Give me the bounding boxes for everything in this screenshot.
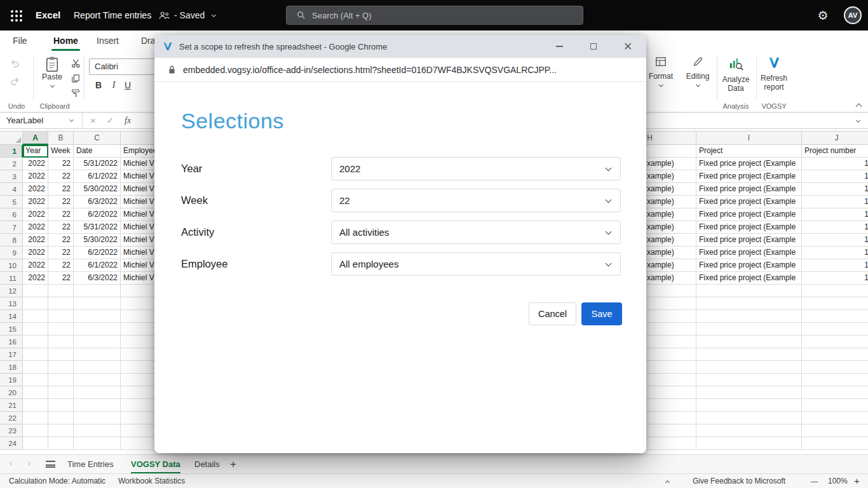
cell-A1[interactable]: Year [23, 145, 48, 158]
cell-I4[interactable]: Fixed price project (Example [696, 183, 802, 196]
cell-J8[interactable]: 1 [802, 234, 868, 247]
cell-I24[interactable] [696, 437, 802, 450]
cell-B4[interactable]: 22 [48, 183, 74, 196]
cell-J19[interactable] [802, 374, 868, 386]
format-button[interactable]: Format [644, 56, 677, 86]
cell-I16[interactable] [696, 336, 802, 348]
cell-J20[interactable] [802, 386, 868, 399]
maximize-button[interactable] [579, 35, 608, 58]
cell-A3[interactable]: 2022 [23, 170, 48, 183]
row-header-15[interactable]: 15 [0, 323, 23, 336]
settings-gear-icon[interactable]: ⚙ [815, 0, 831, 30]
sheet-tab-details[interactable]: Details [194, 455, 220, 473]
cell-A24[interactable] [23, 437, 48, 450]
chrome-titlebar[interactable]: Set a scope to refresh the spreadsheet -… [154, 35, 646, 58]
row-header-19[interactable]: 19 [0, 374, 23, 386]
row-header-23[interactable]: 23 [0, 424, 23, 437]
row-header-16[interactable]: 16 [0, 336, 23, 348]
cell-A4[interactable]: 2022 [23, 183, 48, 196]
cell-B17[interactable] [48, 348, 74, 361]
cell-J11[interactable]: 1 [802, 272, 868, 285]
tab-insert[interactable]: Insert [97, 30, 119, 51]
cell-A22[interactable] [23, 412, 48, 424]
row-header-12[interactable]: 12 [0, 285, 23, 297]
cell-B3[interactable]: 22 [48, 170, 74, 183]
col-header-A[interactable]: A [23, 131, 48, 145]
cell-I8[interactable]: Fixed price project (Example [696, 234, 802, 247]
select-all-corner[interactable] [0, 131, 23, 145]
calculation-mode[interactable]: Calculation Mode: Automatic [9, 474, 105, 488]
cell-B21[interactable] [48, 399, 74, 412]
row-header-21[interactable]: 21 [0, 399, 23, 412]
formula-enter-icon[interactable]: ✓ [107, 113, 114, 128]
cell-B15[interactable] [48, 323, 74, 336]
cell-J15[interactable] [802, 323, 868, 336]
zoom-in-button[interactable]: + [854, 474, 860, 488]
cell-C5[interactable]: 6/3/2022 [74, 196, 121, 208]
cell-I15[interactable] [696, 323, 802, 336]
cell-C11[interactable]: 6/3/2022 [74, 272, 121, 285]
add-sheet-button[interactable]: + [230, 455, 236, 473]
cell-C12[interactable] [74, 285, 121, 297]
row-header-3[interactable]: 3 [0, 170, 23, 183]
cell-I6[interactable]: Fixed price project (Example [696, 208, 802, 221]
cell-C24[interactable] [74, 437, 121, 450]
cell-J9[interactable]: 1 [802, 247, 868, 259]
document-title[interactable]: Report Time entries [74, 0, 151, 30]
cell-J24[interactable] [802, 437, 868, 450]
col-header-C[interactable]: C [74, 131, 121, 145]
cell-B10[interactable]: 22 [48, 259, 74, 272]
cell-A15[interactable] [23, 323, 48, 336]
collapse-ribbon-icon[interactable] [856, 104, 862, 110]
sheet-tab-vogsy-data[interactable]: VOGSY Data [131, 455, 180, 473]
col-header-I[interactable]: I [696, 131, 802, 145]
cell-J23[interactable] [802, 424, 868, 437]
avatar[interactable]: AV [844, 6, 862, 24]
cell-C18[interactable] [74, 361, 121, 374]
save-button[interactable]: Save [581, 302, 622, 325]
cell-B20[interactable] [48, 386, 74, 399]
feedback-link[interactable]: Give Feedback to Microsoft [693, 474, 785, 488]
cell-B9[interactable]: 22 [48, 247, 74, 259]
cell-B6[interactable]: 22 [48, 208, 74, 221]
activity-select[interactable]: All activities [331, 220, 621, 244]
paste-button[interactable]: Paste [37, 56, 67, 87]
refresh-report-button[interactable]: Refresh report [757, 56, 790, 92]
row-header-17[interactable]: 17 [0, 348, 23, 361]
cell-C10[interactable]: 6/1/2022 [74, 259, 121, 272]
redo-icon[interactable] [10, 76, 20, 88]
cell-I13[interactable] [696, 297, 802, 310]
cell-I20[interactable] [696, 386, 802, 399]
row-header-8[interactable]: 8 [0, 234, 23, 247]
cell-J18[interactable] [802, 361, 868, 374]
cell-B11[interactable]: 22 [48, 272, 74, 285]
minimize-button[interactable] [545, 35, 574, 58]
cell-I10[interactable]: Fixed price project (Example [696, 259, 802, 272]
row-header-13[interactable]: 13 [0, 297, 23, 310]
cell-A13[interactable] [23, 297, 48, 310]
tab-file[interactable]: File [13, 30, 27, 51]
cell-B23[interactable] [48, 424, 74, 437]
workbook-statistics[interactable]: Workbook Statistics [118, 474, 185, 488]
cell-A7[interactable]: 2022 [23, 221, 48, 234]
cell-A23[interactable] [23, 424, 48, 437]
cell-A8[interactable]: 2022 [23, 234, 48, 247]
cell-A17[interactable] [23, 348, 48, 361]
cell-A19[interactable] [23, 374, 48, 386]
font-name-combobox[interactable]: Calibri [89, 58, 159, 75]
cell-B22[interactable] [48, 412, 74, 424]
cell-I5[interactable]: Fixed price project (Example [696, 196, 802, 208]
cell-I9[interactable]: Fixed price project (Example [696, 247, 802, 259]
cell-A6[interactable]: 2022 [23, 208, 48, 221]
sheet-nav-right-icon[interactable] [26, 461, 31, 466]
cell-J14[interactable] [802, 310, 868, 323]
cell-C2[interactable]: 5/31/2022 [74, 158, 121, 170]
cell-C8[interactable]: 5/30/2022 [74, 234, 121, 247]
row-header-10[interactable]: 10 [0, 259, 23, 272]
row-header-6[interactable]: 6 [0, 208, 23, 221]
cell-J4[interactable]: 1 [802, 183, 868, 196]
cell-B12[interactable] [48, 285, 74, 297]
formula-cancel-icon[interactable]: × [90, 113, 96, 128]
cell-I18[interactable] [696, 361, 802, 374]
cell-J2[interactable]: 1 [802, 158, 868, 170]
